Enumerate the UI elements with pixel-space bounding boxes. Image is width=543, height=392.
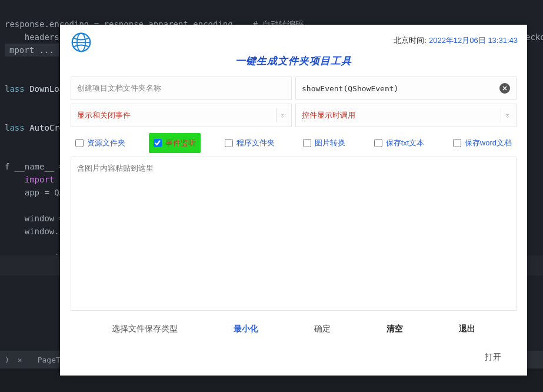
event-name-field[interactable]	[295, 77, 517, 100]
minimize-button[interactable]: 最小化	[229, 321, 263, 337]
widget-call-value: 控件显示时调用	[302, 110, 497, 121]
chk-resource[interactable]: 资源文件夹	[71, 133, 130, 153]
ok-button[interactable]: 确定	[309, 321, 335, 337]
chk-image[interactable]: 图片转换	[298, 133, 350, 153]
dialog-title: 一键生成文件夹项目工具	[235, 54, 352, 68]
chk-image-box[interactable]	[303, 139, 311, 147]
tab-close-icon[interactable]: ×	[16, 356, 24, 364]
chk-resource-label: 资源文件夹	[87, 138, 125, 148]
exit-button[interactable]: 退出	[454, 321, 480, 337]
widget-call-select[interactable]: 控件显示时调用	[295, 104, 517, 127]
chk-program-label: 程序文件夹	[236, 138, 275, 148]
content-textarea-wrap	[71, 157, 517, 311]
chk-program[interactable]: 程序文件夹	[220, 133, 279, 153]
chk-txt-label: 保存txt文本	[386, 138, 425, 148]
project-name-placeholder: 创建项目文档文件夹名称	[77, 83, 161, 94]
folder-tool-dialog: 北京时间: 2022年12月06日 13:31:43 一键生成文件夹项目工具 创…	[60, 25, 527, 376]
chevron-down-icon	[276, 108, 285, 122]
open-button[interactable]: 打开	[480, 350, 506, 365]
content-textarea[interactable]	[71, 157, 516, 310]
chevron-down-icon	[501, 108, 510, 122]
chk-txt-box[interactable]	[374, 139, 382, 147]
chk-program-box[interactable]	[225, 139, 233, 147]
chk-save-txt[interactable]: 保存txt文本	[369, 133, 429, 153]
clock-label: 北京时间:	[394, 35, 427, 46]
event-name-input[interactable]	[302, 84, 499, 93]
event-type-value: 显示和关闭事件	[77, 110, 272, 121]
chk-resource-box[interactable]	[75, 139, 84, 147]
chk-event-box[interactable]	[154, 139, 162, 147]
chk-event-label: 事件监听	[165, 138, 196, 148]
checkbox-row: 资源文件夹 事件监听 程序文件夹 图片转换 保存txt文本 保存word文档	[60, 127, 527, 157]
chk-image-label: 图片转换	[315, 138, 345, 148]
select-save-type-label: 选择文件保存类型	[107, 321, 182, 337]
button-row: 选择文件保存类型 最小化 确定 清空 退出	[60, 311, 527, 341]
chk-word-box[interactable]	[453, 139, 461, 147]
chk-save-word[interactable]: 保存word文档	[448, 133, 517, 153]
globe-icon	[71, 32, 92, 53]
project-name-field[interactable]: 创建项目文档文件夹名称	[71, 77, 292, 100]
clock: 北京时间: 2022年12月06日 13:31:43	[394, 35, 518, 46]
tab-paren: )	[2, 356, 12, 364]
open-row: 打开	[60, 341, 527, 376]
event-type-select[interactable]: 显示和关闭事件	[71, 104, 292, 127]
chk-word-label: 保存word文档	[465, 138, 512, 148]
clear-icon[interactable]	[499, 83, 510, 94]
clear-button[interactable]: 清空	[382, 321, 408, 337]
clock-time: 2022年12月06日 13:31:43	[429, 35, 518, 46]
chk-event-listen[interactable]: 事件监听	[149, 133, 201, 153]
